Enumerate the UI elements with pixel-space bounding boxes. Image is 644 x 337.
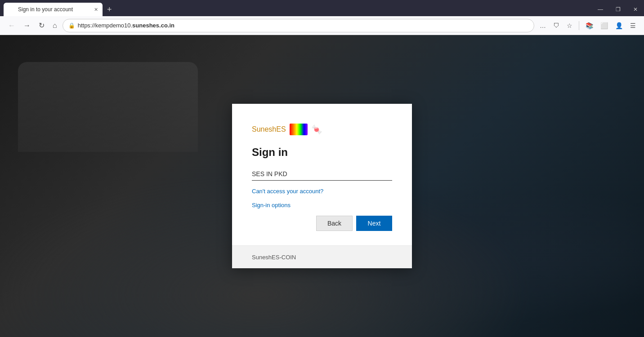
home-button[interactable]: ⌂ bbox=[50, 20, 60, 31]
page-content: SuneshES 🍬 Sign in Can't access your acc… bbox=[0, 35, 644, 337]
nav-actions: … ⛉ ☆ 📚 ⬜ 👤 ☰ bbox=[537, 20, 639, 31]
signin-title: Sign in bbox=[252, 146, 392, 159]
more-button[interactable]: … bbox=[537, 20, 549, 31]
address-bar[interactable]: 🔒 https://kempdemo10.suneshes.co.in bbox=[63, 19, 534, 32]
new-tab-button[interactable]: + bbox=[104, 5, 115, 14]
modal-buttons: Back Next bbox=[252, 216, 392, 231]
back-button[interactable]: ← bbox=[5, 20, 18, 31]
tabs-button[interactable]: ⬜ bbox=[598, 20, 611, 31]
modal-main: SuneshES 🍬 Sign in Can't access your acc… bbox=[232, 104, 412, 245]
tab-favicon bbox=[8, 6, 15, 13]
active-tab[interactable]: Sign in to your account ✕ bbox=[4, 3, 103, 16]
close-button[interactable]: ✕ bbox=[627, 1, 644, 18]
modal-footer: SuneshES-COIN bbox=[232, 245, 412, 268]
url-text: https://kempdemo10.suneshes.co.in bbox=[78, 22, 528, 29]
restore-button[interactable]: ❐ bbox=[609, 1, 627, 18]
forward-button[interactable]: → bbox=[21, 20, 33, 31]
bookmark-button[interactable]: ☆ bbox=[564, 20, 575, 31]
refresh-button[interactable]: ↻ bbox=[36, 19, 47, 31]
nav-bar: ← → ↻ ⌂ 🔒 https://kempdemo10.suneshes.co… bbox=[0, 16, 644, 35]
tab-bar: Sign in to your account ✕ + — ❐ ✕ bbox=[0, 0, 644, 16]
lock-icon: 🔒 bbox=[68, 22, 75, 29]
account-button[interactable]: 👤 bbox=[613, 20, 626, 31]
browser-chrome: Sign in to your account ✕ + — ❐ ✕ ← → ↻ … bbox=[0, 0, 644, 35]
username-input[interactable] bbox=[252, 168, 392, 181]
menu-button[interactable]: ☰ bbox=[627, 20, 639, 31]
signin-options-link[interactable]: Sign-in options bbox=[252, 202, 291, 208]
modal-logo: SuneshES 🍬 bbox=[252, 124, 392, 135]
window-controls: — ❐ ✕ bbox=[591, 1, 644, 18]
nav-separator bbox=[579, 21, 579, 30]
username-input-container bbox=[252, 168, 392, 181]
next-button[interactable]: Next bbox=[356, 216, 392, 231]
footer-text: SuneshES-COIN bbox=[252, 254, 296, 261]
pocket-button[interactable]: ⛉ bbox=[550, 20, 562, 31]
minimize-button[interactable]: — bbox=[591, 1, 609, 18]
logo-gradient-box bbox=[290, 124, 308, 135]
url-domain: kempdemo10. bbox=[95, 22, 132, 29]
library-button[interactable]: 📚 bbox=[583, 20, 596, 31]
url-domain-bold: suneshes.co.in bbox=[132, 22, 174, 29]
cant-access-link[interactable]: Can't access your account? bbox=[252, 188, 323, 195]
signin-modal: SuneshES 🍬 Sign in Can't access your acc… bbox=[232, 104, 412, 268]
tab-close-button[interactable]: ✕ bbox=[94, 7, 98, 13]
tab-title: Sign in to your account bbox=[18, 6, 89, 13]
back-button[interactable]: Back bbox=[316, 216, 353, 231]
url-protocol: https:// bbox=[78, 22, 95, 29]
logo-gem-icon: 🍬 bbox=[311, 124, 323, 135]
logo-text: SuneshES bbox=[252, 125, 286, 133]
